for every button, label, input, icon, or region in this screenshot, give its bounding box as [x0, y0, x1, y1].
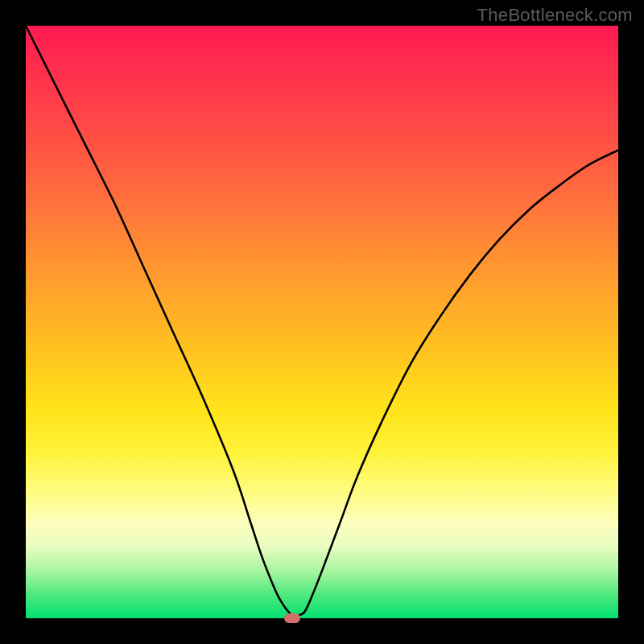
chart-frame: TheBottleneck.com	[0, 0, 644, 644]
bottleneck-curve	[26, 26, 618, 618]
optimal-marker	[284, 613, 300, 623]
watermark-text: TheBottleneck.com	[477, 5, 633, 26]
plot-area	[26, 26, 618, 618]
